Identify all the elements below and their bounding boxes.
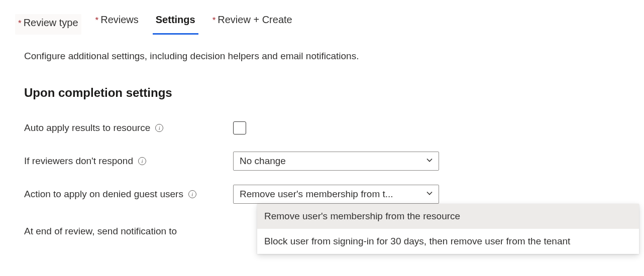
select-value: No change: [240, 156, 286, 167]
tab-bar: * Review type * Reviews Settings * Revie…: [0, 0, 644, 35]
row-no-respond: If reviewers don't respond i No change: [24, 151, 644, 171]
section-title: Upon completion settings: [0, 62, 644, 100]
row-denied-guest: Action to apply on denied guest users i …: [24, 184, 644, 204]
chevron-down-icon: [425, 189, 434, 200]
required-star-icon: *: [212, 16, 216, 25]
chevron-down-icon: [425, 156, 434, 167]
tab-label: Reviews: [100, 14, 139, 26]
select-value: Remove user's membership from t...: [240, 189, 393, 200]
label-denied-guest: Action to apply on denied guest users i: [24, 189, 233, 200]
select-no-respond[interactable]: No change: [233, 152, 439, 171]
tab-settings[interactable]: Settings: [153, 14, 198, 35]
dropdown-option-block-signin[interactable]: Block user from signing-in for 30 days, …: [257, 229, 639, 254]
required-star-icon: *: [18, 19, 22, 28]
form-area: Auto apply results to resource i If revi…: [0, 100, 644, 241]
option-text: Block user from signing-in for 30 days, …: [264, 236, 570, 246]
label-text: If reviewers don't respond: [24, 156, 133, 167]
option-text: Remove user's membership from the resour…: [264, 211, 460, 221]
label-text: At end of review, send notification to: [24, 226, 177, 237]
label-text: Auto apply results to resource: [24, 122, 150, 133]
label-no-respond: If reviewers don't respond i: [24, 156, 233, 167]
tab-review-create[interactable]: * Review + Create: [209, 14, 295, 35]
required-star-icon: *: [95, 16, 99, 25]
dropdown-denied-guest: Remove user's membership from the resour…: [257, 204, 639, 254]
label-text: Action to apply on denied guest users: [24, 189, 183, 200]
tab-label: Review + Create: [218, 14, 292, 26]
tab-reviews[interactable]: * Reviews: [92, 14, 142, 35]
info-icon[interactable]: i: [155, 124, 163, 132]
select-denied-guest[interactable]: Remove user's membership from t...: [233, 185, 439, 204]
row-auto-apply: Auto apply results to resource i: [24, 118, 644, 138]
tab-label: Settings: [156, 14, 195, 26]
info-icon[interactable]: i: [138, 157, 146, 165]
tab-label: Review type: [24, 17, 78, 29]
checkbox-auto-apply[interactable]: [233, 121, 246, 134]
info-icon[interactable]: i: [188, 190, 196, 198]
label-auto-apply: Auto apply results to resource i: [24, 122, 233, 133]
dropdown-option-remove-membership[interactable]: Remove user's membership from the resour…: [257, 204, 639, 229]
label-notification: At end of review, send notification to: [24, 226, 233, 237]
tab-review-type[interactable]: * Review type: [15, 14, 81, 35]
page-description: Configure additional settings, including…: [0, 35, 644, 62]
